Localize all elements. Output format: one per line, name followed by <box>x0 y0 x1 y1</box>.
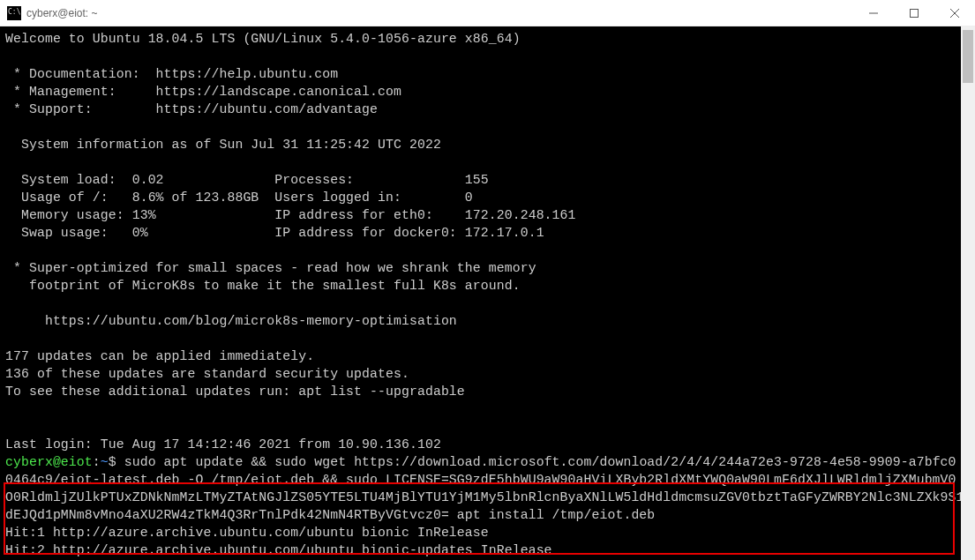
window-titlebar: cyberx@eiot: ~ <box>0 0 975 26</box>
prompt-path: ~ <box>101 455 109 469</box>
maximize-button[interactable] <box>894 0 934 26</box>
sysinfo-row: Usage of /: 8.6% of 123.88GB Users logge… <box>5 190 473 205</box>
terminal-output[interactable]: Welcome to Ubuntu 18.04.5 LTS (GNU/Linux… <box>0 26 975 560</box>
updates-line: To see these additional updates run: apt… <box>5 385 465 399</box>
motd-optimized: footprint of MicroK8s to make it the sma… <box>5 279 521 293</box>
sysinfo-row: Swap usage: 0% IP address for docker0: 1… <box>5 226 544 240</box>
svg-rect-1 <box>911 10 919 18</box>
motd-mgmt: * Management: https://landscape.canonica… <box>5 85 401 99</box>
prompt-user: cyberx@eiot <box>5 455 93 469</box>
updates-line: 136 of these updates are standard securi… <box>5 367 409 381</box>
scrollbar-thumb[interactable] <box>963 30 973 83</box>
prompt-sep: : <box>93 455 101 469</box>
apt-hit-line: Hit:1 http://azure.archive.ubuntu.com/ub… <box>5 526 489 540</box>
sysinfo-header: System information as of Sun Jul 31 11:2… <box>5 138 441 152</box>
command-line: O0RldmljZUlkPTUxZDNkNmMzLTMyZTAtNGJlZS05… <box>5 490 975 504</box>
apt-hit-line: Hit:2 http://azure.archive.ubuntu.com/ub… <box>5 543 552 557</box>
window-controls <box>853 0 975 26</box>
sysinfo-row: Memory usage: 13% IP address for eth0: 1… <box>5 208 576 222</box>
motd-optimized: * Super-optimized for small spaces - rea… <box>5 261 536 275</box>
window-title: cyberx@eiot: ~ <box>26 7 853 19</box>
command-line: sudo apt update && sudo wget https://dow… <box>124 455 956 469</box>
motd-doc: * Documentation: https://help.ubuntu.com <box>5 67 338 81</box>
motd-support: * Support: https://ubuntu.com/advantage <box>5 102 378 116</box>
command-line: dEJQd1pMNm8vMno4aXU2RW4zTkM4Q3RrTnlPdk42… <box>5 508 655 522</box>
close-button[interactable] <box>934 0 975 26</box>
minimize-button[interactable] <box>853 0 894 26</box>
motd-link: https://ubuntu.com/blog/microk8s-memory-… <box>5 314 457 328</box>
updates-line: 177 updates can be applied immediately. <box>5 349 314 363</box>
motd-welcome: Welcome to Ubuntu 18.04.5 LTS (GNU/Linux… <box>5 32 521 46</box>
prompt-end: $ <box>109 455 124 469</box>
command-line: 0464c9/eiot-latest.deb -O /tmp/eiot.deb … <box>5 473 956 487</box>
terminal-icon <box>7 6 21 20</box>
vertical-scrollbar[interactable] <box>961 26 975 560</box>
last-login: Last login: Tue Aug 17 14:12:46 2021 fro… <box>5 437 441 452</box>
sysinfo-row: System load: 0.02 Processes: 155 <box>5 173 489 187</box>
